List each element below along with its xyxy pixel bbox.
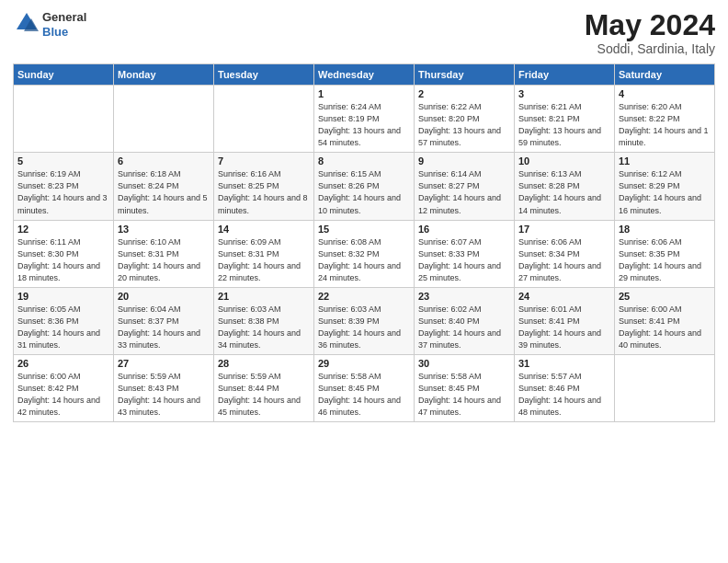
calendar-cell: 13Sunrise: 6:10 AMSunset: 8:31 PMDayligh…: [114, 220, 214, 287]
page: General Blue May 2024 Soddi, Sardinia, I…: [0, 0, 728, 563]
calendar-cell: 6Sunrise: 6:18 AMSunset: 8:24 PMDaylight…: [114, 153, 214, 220]
day-info: Sunrise: 6:02 AMSunset: 8:40 PMDaylight:…: [418, 304, 510, 351]
logo-general: General: [42, 10, 86, 25]
day-number: 10: [518, 155, 610, 167]
day-number: 2: [418, 88, 510, 99]
day-info: Sunrise: 5:59 AMSunset: 8:44 PMDaylight:…: [218, 371, 310, 419]
day-number: 9: [418, 155, 510, 167]
day-number: 13: [118, 224, 210, 235]
calendar-week-4: 19Sunrise: 6:05 AMSunset: 8:36 PMDayligh…: [14, 287, 715, 354]
calendar-cell: 7Sunrise: 6:16 AMSunset: 8:25 PMDaylight…: [214, 153, 314, 220]
location: Soddi, Sardinia, Italy: [585, 41, 715, 56]
day-number: 3: [518, 88, 610, 99]
day-number: 17: [518, 224, 610, 235]
day-info: Sunrise: 5:58 AMSunset: 8:45 PMDaylight:…: [318, 371, 410, 419]
day-number: 24: [518, 291, 610, 302]
day-info: Sunrise: 5:59 AMSunset: 8:43 PMDaylight:…: [118, 371, 210, 419]
day-number: 7: [218, 155, 310, 167]
calendar-cell: [615, 354, 715, 421]
logo-icon: [13, 9, 40, 37]
day-number: 23: [418, 291, 510, 302]
calendar-cell: [14, 86, 114, 153]
calendar-cell: 16Sunrise: 6:07 AMSunset: 8:33 PMDayligh…: [415, 220, 515, 287]
day-number: 6: [118, 155, 210, 167]
title-block: May 2024 Soddi, Sardinia, Italy: [585, 9, 715, 56]
calendar-header-row: Sunday Monday Tuesday Wednesday Thursday…: [14, 64, 715, 86]
day-number: 25: [619, 291, 711, 302]
calendar-cell: 28Sunrise: 5:59 AMSunset: 8:44 PMDayligh…: [214, 354, 314, 421]
calendar-week-5: 26Sunrise: 6:00 AMSunset: 8:42 PMDayligh…: [14, 354, 715, 421]
day-number: 30: [418, 358, 510, 369]
day-info: Sunrise: 6:14 AMSunset: 8:27 PMDaylight:…: [418, 168, 510, 216]
day-info: Sunrise: 6:01 AMSunset: 8:41 PMDaylight:…: [518, 304, 610, 351]
day-info: Sunrise: 6:07 AMSunset: 8:33 PMDaylight:…: [418, 236, 510, 284]
day-info: Sunrise: 6:18 AMSunset: 8:24 PMDaylight:…: [118, 168, 210, 216]
month-title: May 2024: [585, 9, 715, 41]
col-monday: Monday: [114, 64, 214, 86]
day-number: 11: [619, 155, 711, 167]
col-saturday: Saturday: [615, 64, 715, 86]
day-info: Sunrise: 6:09 AMSunset: 8:31 PMDaylight:…: [218, 236, 310, 284]
day-info: Sunrise: 6:13 AMSunset: 8:28 PMDaylight:…: [518, 168, 610, 216]
day-number: 5: [17, 155, 109, 167]
day-info: Sunrise: 6:12 AMSunset: 8:29 PMDaylight:…: [619, 168, 711, 216]
day-info: Sunrise: 6:15 AMSunset: 8:26 PMDaylight:…: [318, 168, 410, 216]
day-info: Sunrise: 6:10 AMSunset: 8:31 PMDaylight:…: [118, 236, 210, 284]
day-info: Sunrise: 6:24 AMSunset: 8:19 PMDaylight:…: [318, 101, 410, 149]
calendar-cell: 2Sunrise: 6:22 AMSunset: 8:20 PMDaylight…: [415, 86, 515, 153]
header: General Blue May 2024 Soddi, Sardinia, I…: [13, 9, 715, 56]
calendar-cell: [114, 86, 214, 153]
logo-blue: Blue: [42, 25, 86, 40]
calendar-cell: 25Sunrise: 6:00 AMSunset: 8:41 PMDayligh…: [615, 287, 715, 354]
day-info: Sunrise: 5:58 AMSunset: 8:45 PMDaylight:…: [418, 371, 510, 419]
calendar-cell: 30Sunrise: 5:58 AMSunset: 8:45 PMDayligh…: [415, 354, 515, 421]
calendar-cell: 27Sunrise: 5:59 AMSunset: 8:43 PMDayligh…: [114, 354, 214, 421]
day-number: 19: [17, 291, 109, 302]
day-number: 26: [17, 358, 109, 369]
day-number: 16: [418, 224, 510, 235]
day-info: Sunrise: 6:03 AMSunset: 8:38 PMDaylight:…: [218, 304, 310, 351]
calendar-cell: 10Sunrise: 6:13 AMSunset: 8:28 PMDayligh…: [515, 153, 615, 220]
day-info: Sunrise: 6:03 AMSunset: 8:39 PMDaylight:…: [318, 304, 410, 351]
day-info: Sunrise: 6:00 AMSunset: 8:41 PMDaylight:…: [619, 304, 711, 351]
calendar-cell: 8Sunrise: 6:15 AMSunset: 8:26 PMDaylight…: [314, 153, 415, 220]
logo: General Blue: [13, 9, 86, 40]
day-info: Sunrise: 6:21 AMSunset: 8:21 PMDaylight:…: [518, 101, 610, 149]
calendar-cell: [214, 86, 314, 153]
day-number: 29: [318, 358, 410, 369]
calendar-cell: 9Sunrise: 6:14 AMSunset: 8:27 PMDaylight…: [415, 153, 515, 220]
calendar-cell: 23Sunrise: 6:02 AMSunset: 8:40 PMDayligh…: [415, 287, 515, 354]
calendar-cell: 29Sunrise: 5:58 AMSunset: 8:45 PMDayligh…: [314, 354, 415, 421]
day-info: Sunrise: 6:16 AMSunset: 8:25 PMDaylight:…: [218, 168, 310, 216]
day-info: Sunrise: 6:05 AMSunset: 8:36 PMDaylight:…: [17, 304, 109, 351]
calendar-week-2: 5Sunrise: 6:19 AMSunset: 8:23 PMDaylight…: [14, 153, 715, 220]
day-info: Sunrise: 6:08 AMSunset: 8:32 PMDaylight:…: [318, 236, 410, 284]
day-number: 28: [218, 358, 310, 369]
day-number: 20: [118, 291, 210, 302]
calendar-cell: 19Sunrise: 6:05 AMSunset: 8:36 PMDayligh…: [14, 287, 114, 354]
calendar-cell: 11Sunrise: 6:12 AMSunset: 8:29 PMDayligh…: [615, 153, 715, 220]
day-info: Sunrise: 6:20 AMSunset: 8:22 PMDaylight:…: [619, 101, 711, 149]
day-number: 4: [619, 88, 711, 99]
col-tuesday: Tuesday: [214, 64, 314, 86]
calendar-cell: 4Sunrise: 6:20 AMSunset: 8:22 PMDaylight…: [615, 86, 715, 153]
day-number: 8: [318, 155, 410, 167]
day-number: 31: [518, 358, 610, 369]
day-number: 27: [118, 358, 210, 369]
day-info: Sunrise: 6:06 AMSunset: 8:34 PMDaylight:…: [518, 236, 610, 284]
calendar-week-3: 12Sunrise: 6:11 AMSunset: 8:30 PMDayligh…: [14, 220, 715, 287]
calendar-week-1: 1Sunrise: 6:24 AMSunset: 8:19 PMDaylight…: [14, 86, 715, 153]
day-number: 22: [318, 291, 410, 302]
day-info: Sunrise: 6:06 AMSunset: 8:35 PMDaylight:…: [619, 236, 711, 284]
calendar-cell: 17Sunrise: 6:06 AMSunset: 8:34 PMDayligh…: [515, 220, 615, 287]
calendar-cell: 26Sunrise: 6:00 AMSunset: 8:42 PMDayligh…: [14, 354, 114, 421]
day-number: 12: [17, 224, 109, 235]
calendar-cell: 1Sunrise: 6:24 AMSunset: 8:19 PMDaylight…: [314, 86, 415, 153]
calendar-cell: 3Sunrise: 6:21 AMSunset: 8:21 PMDaylight…: [515, 86, 615, 153]
calendar: Sunday Monday Tuesday Wednesday Thursday…: [13, 63, 715, 422]
day-number: 15: [318, 224, 410, 235]
calendar-cell: 31Sunrise: 5:57 AMSunset: 8:46 PMDayligh…: [515, 354, 615, 421]
day-number: 18: [619, 224, 711, 235]
calendar-cell: 15Sunrise: 6:08 AMSunset: 8:32 PMDayligh…: [314, 220, 415, 287]
day-info: Sunrise: 5:57 AMSunset: 8:46 PMDaylight:…: [518, 371, 610, 419]
